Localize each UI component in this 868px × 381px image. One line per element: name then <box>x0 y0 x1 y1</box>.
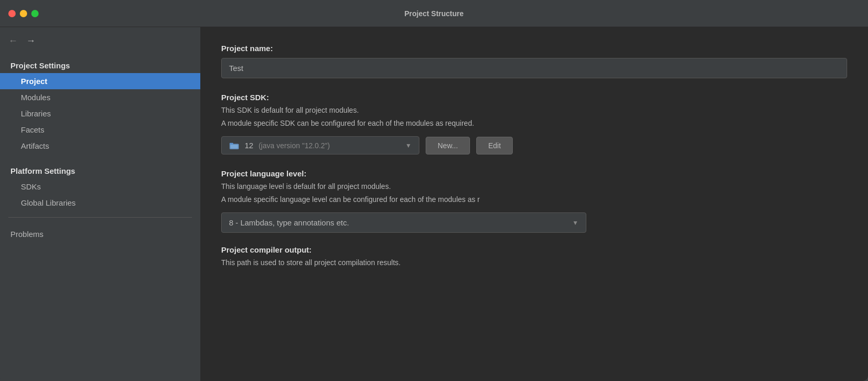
sdk-version-detail: (java version "12.0.2") <box>259 141 330 150</box>
sidebar-divider <box>8 217 192 218</box>
project-name-label: Project name: <box>221 44 847 53</box>
title-bar: Project Structure <box>0 0 868 27</box>
back-button[interactable]: ← <box>8 35 18 46</box>
edit-button[interactable]: Edit <box>476 137 513 154</box>
nav-header: ← → <box>0 31 200 55</box>
platform-settings-header: Platform Settings <box>0 160 200 178</box>
close-button[interactable] <box>8 10 16 17</box>
sidebar-item-libraries[interactable]: Libraries <box>0 105 200 122</box>
project-language-level-desc2: A module specific language level can be … <box>221 194 847 205</box>
sidebar-item-sdks[interactable]: SDKs <box>0 178 200 195</box>
sidebar-item-global-libraries[interactable]: Global Libraries <box>0 195 200 211</box>
traffic-lights <box>8 10 39 17</box>
window: Project Structure ← → Project Settings P… <box>0 0 868 381</box>
svg-rect-2 <box>231 145 238 148</box>
sdk-version: 12 <box>245 141 254 150</box>
sidebar-item-project[interactable]: Project <box>0 73 200 89</box>
sdk-dropdown[interactable]: 12 (java version "12.0.2") ▼ <box>221 136 419 154</box>
project-language-level-label: Project language level: <box>221 169 847 178</box>
sdk-row: 12 (java version "12.0.2") ▼ New... Edit <box>221 136 847 154</box>
lang-level-section: Project language level: This language le… <box>221 169 847 233</box>
minimize-button[interactable] <box>20 10 27 17</box>
folder-icon <box>229 141 239 150</box>
sidebar: ← → Project Settings Project Modules Lib… <box>0 27 200 381</box>
project-sdk-desc2: A module specific SDK can be configured … <box>221 118 847 129</box>
maximize-button[interactable] <box>31 10 39 17</box>
language-level-dropdown[interactable]: 8 - Lambdas, type annotations etc. ▼ <box>221 212 586 233</box>
right-panel: Project name: Project SDK: This SDK is d… <box>200 27 868 381</box>
forward-button[interactable]: → <box>26 35 35 46</box>
project-sdk-label: Project SDK: <box>221 93 847 102</box>
sdk-dropdown-chevron: ▼ <box>405 142 412 149</box>
sidebar-item-modules[interactable]: Modules <box>0 89 200 105</box>
svg-rect-1 <box>230 142 233 145</box>
main-content: ← → Project Settings Project Modules Lib… <box>0 27 868 381</box>
project-compiler-output-desc: This path is used to store all project c… <box>221 257 847 268</box>
language-level-chevron: ▼ <box>572 219 578 227</box>
project-language-level-desc1: This language level is default for all p… <box>221 181 847 192</box>
new-button[interactable]: New... <box>426 137 470 154</box>
project-name-input[interactable] <box>221 58 847 78</box>
project-compiler-output-label: Project compiler output: <box>221 245 847 254</box>
sidebar-item-facets[interactable]: Facets <box>0 122 200 138</box>
window-title: Project Structure <box>404 9 464 18</box>
project-sdk-desc1: This SDK is default for all project modu… <box>221 105 847 116</box>
project-settings-header: Project Settings <box>0 55 200 73</box>
language-level-value: 8 - Lambdas, type annotations etc. <box>229 218 349 227</box>
sidebar-item-problems[interactable]: Problems <box>0 226 200 242</box>
sidebar-item-artifacts[interactable]: Artifacts <box>0 138 200 154</box>
